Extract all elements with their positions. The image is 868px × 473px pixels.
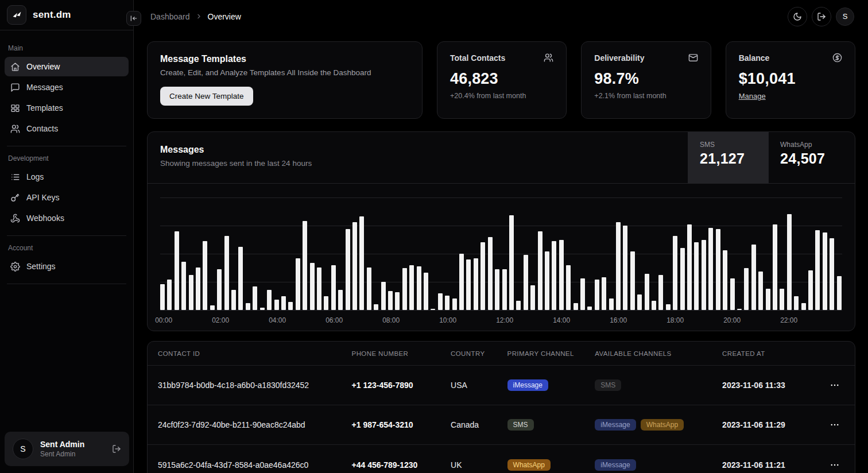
chart-bar — [452, 298, 457, 310]
stat-card-balance: Balance $10,041 Manage — [726, 41, 855, 119]
column-header-phone-number: Phone Number — [342, 350, 440, 357]
chart-bar — [751, 245, 756, 310]
chart-bar — [574, 303, 578, 310]
phone-number: +44 456-789-1230 — [342, 460, 440, 470]
topbar-actions: S — [788, 7, 854, 26]
avatar[interactable]: S — [836, 7, 854, 26]
logout-icon[interactable] — [112, 444, 121, 453]
sidebar-item-api-keys[interactable]: API Keys — [5, 188, 129, 207]
chat-icon — [10, 83, 20, 92]
chart-bar — [409, 265, 414, 310]
contact-id: 24cf0f23-7d92-40be-b211-90eac8c24abd — [148, 420, 342, 429]
card-title: Message Templates — [160, 54, 409, 64]
tab-sms[interactable]: SMS 21,127 — [688, 132, 768, 183]
sidebar-item-webhooks[interactable]: Webhooks — [5, 208, 129, 228]
sidebar-collapse-button[interactable] — [126, 11, 141, 26]
chart-bar — [830, 238, 834, 310]
stat-title: Total Contacts — [450, 53, 505, 63]
chart-bar — [815, 230, 820, 310]
channel-badge-sms: SMS — [507, 419, 534, 431]
chart-bar — [602, 277, 606, 310]
user-avatar: S — [13, 439, 33, 459]
chart-bar — [359, 216, 364, 310]
chart-bar — [175, 231, 179, 310]
create-new-template-button[interactable]: Create New Template — [160, 87, 253, 106]
manage-link[interactable]: Manage — [739, 92, 766, 100]
x-axis-tick-label: 22:00 — [780, 316, 797, 324]
card-description: Create, Edit, and Analyze Templates All … — [160, 68, 409, 77]
chart-bar — [466, 259, 471, 310]
theme-toggle-button[interactable] — [788, 7, 807, 26]
stat-subtext: +20.4% from last month — [450, 92, 553, 100]
chart-bar — [780, 289, 784, 310]
available-channels: SMS — [584, 379, 712, 391]
app-root: sent.dm Main Overview Messages Templates… — [0, 0, 868, 473]
sidebar-item-templates[interactable]: Templates — [5, 98, 129, 118]
sidebar-item-logs[interactable]: Logs — [5, 167, 129, 187]
chart-bar — [217, 269, 222, 310]
sidebar-divider — [7, 284, 126, 284]
sidebar-item-label: Messages — [26, 83, 63, 92]
chart-bar — [495, 269, 499, 310]
webhook-icon — [10, 214, 20, 223]
sidebar: sent.dm Main Overview Messages Templates… — [0, 0, 134, 473]
row-actions-button[interactable] — [828, 378, 842, 392]
x-axis-tick-label: 16:00 — [610, 316, 627, 324]
mail-icon — [688, 53, 698, 63]
row-actions-button[interactable] — [828, 458, 842, 472]
chart-bar — [524, 255, 528, 310]
sidebar-item-contacts[interactable]: Contacts — [5, 119, 129, 138]
logout-button[interactable] — [812, 7, 831, 26]
chart-bar — [246, 303, 250, 310]
chart-bar — [474, 258, 478, 310]
sidebar-header: sent.dm — [0, 0, 133, 30]
sidebar-item-overview[interactable]: Overview — [5, 57, 129, 76]
sidebar-section-label-account: Account — [8, 244, 125, 252]
sidebar-item-settings[interactable]: Settings — [5, 257, 129, 276]
sidebar-item-label: Settings — [26, 262, 56, 271]
sidebar-divider — [7, 235, 126, 236]
table-row: 24cf0f23-7d92-40be-b211-90eac8c24abd +1 … — [148, 405, 855, 445]
key-icon — [10, 193, 20, 203]
contacts-icon — [10, 124, 20, 134]
chart-bar — [730, 278, 735, 310]
content: Message Templates Create, Edit, and Anal… — [134, 33, 868, 473]
messages-panel: Messages Showing messages sent in the la… — [147, 131, 855, 331]
user-meta: Sent Admin Sent Admin — [40, 440, 105, 458]
tab-whatsapp[interactable]: WhatsApp 24,507 — [768, 132, 855, 183]
sidebar-user-card[interactable]: S Sent Admin Sent Admin — [5, 432, 129, 466]
chart-bar — [509, 215, 514, 310]
panel-subtitle: Showing messages sent in the last 24 hou… — [160, 159, 312, 168]
column-header-country: Country — [440, 350, 497, 357]
x-axis-tick-label: 12:00 — [496, 316, 513, 324]
stat-card-header: Deliverability — [594, 53, 698, 63]
country: USA — [440, 381, 497, 390]
chart-bar — [737, 309, 742, 310]
chart-bar — [367, 267, 371, 310]
row-actions-button[interactable] — [828, 418, 842, 432]
chart-bar — [837, 276, 842, 310]
channel-badge-imessage: iMessage — [595, 419, 636, 431]
templates-icon — [10, 103, 20, 113]
chart-bar — [716, 229, 720, 310]
x-axis-tick-label: 00:00 — [155, 316, 172, 324]
stat-card-header: Balance — [739, 53, 842, 63]
chart-bar — [181, 262, 186, 310]
primary-channel: WhatsApp — [497, 459, 585, 471]
chart-bar — [374, 304, 378, 310]
country: UK — [440, 460, 497, 470]
chart-bar — [658, 275, 663, 310]
chart-bar — [324, 296, 328, 310]
chart-bar — [381, 282, 386, 310]
chart-bar — [417, 266, 421, 310]
chart-bar — [801, 303, 806, 310]
chart-bar — [545, 251, 549, 310]
chart-bar — [694, 242, 699, 310]
available-channels: iMessage — [584, 459, 712, 471]
stat-value: 46,823 — [450, 70, 553, 88]
chart-bar — [794, 296, 799, 310]
sidebar-item-messages[interactable]: Messages — [5, 77, 129, 97]
breadcrumb-dashboard[interactable]: Dashboard — [150, 12, 190, 21]
column-header-available-channels: Available Channels — [584, 350, 712, 357]
created-at: 2023-11-06 11:29 — [712, 420, 817, 429]
